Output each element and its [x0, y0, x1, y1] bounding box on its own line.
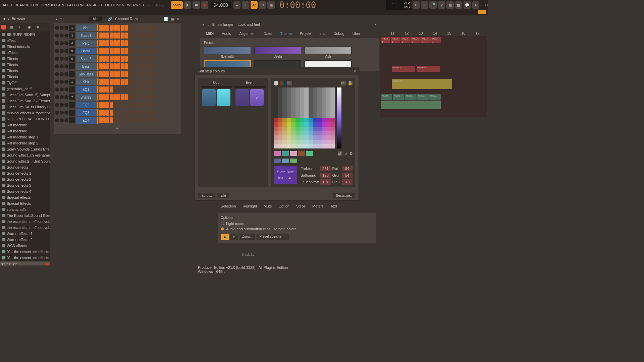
color-cell[interactable] — [304, 122, 309, 127]
color-cell[interactable] — [291, 96, 296, 101]
step[interactable] — [128, 40, 131, 46]
channel-number[interactable]: 1 — [69, 79, 75, 85]
step-sequencer[interactable] — [99, 86, 180, 93]
wait-button[interactable]: ♪ — [242, 1, 249, 9]
color-grid[interactable] — [274, 87, 335, 148]
channel-vol[interactable] — [64, 41, 68, 45]
color-cell[interactable] — [278, 122, 282, 127]
color-cell[interactable] — [309, 135, 313, 140]
color-cell[interactable] — [300, 109, 304, 114]
color-cell[interactable] — [274, 135, 278, 140]
color-cell[interactable] — [287, 87, 291, 92]
step[interactable] — [117, 79, 120, 85]
color-cell[interactable] — [322, 92, 326, 96]
step[interactable] — [113, 94, 117, 100]
step-sequencer[interactable] — [99, 102, 180, 108]
recent-color-2[interactable] — [282, 151, 289, 156]
channel-name[interactable]: Snare2 — [76, 55, 96, 62]
channel-pan[interactable] — [60, 103, 64, 107]
step[interactable] — [154, 110, 157, 116]
color-cell[interactable] — [326, 92, 330, 96]
help-button[interactable]: ? — [438, 1, 445, 9]
channel-pan[interactable] — [60, 80, 64, 84]
odd-swatch-1[interactable] — [202, 89, 216, 106]
step[interactable] — [110, 110, 113, 116]
step[interactable] — [113, 110, 117, 116]
step[interactable] — [121, 71, 124, 77]
step[interactable] — [117, 110, 120, 116]
color-cell[interactable] — [291, 144, 296, 148]
color-cell[interactable] — [291, 140, 296, 144]
step[interactable] — [136, 33, 139, 39]
color-cell[interactable] — [278, 92, 282, 96]
color-cell[interactable] — [278, 96, 282, 101]
color-cell[interactable] — [330, 109, 335, 114]
even-swatch-1[interactable] — [235, 89, 249, 106]
clip-pattern5[interactable]: Pattern 5 — [417, 66, 440, 72]
tempo-display[interactable]: 94.000 — [211, 2, 231, 8]
color-cell[interactable] — [287, 131, 291, 135]
channel-vol[interactable] — [64, 57, 68, 61]
browser-item[interactable]: 01 - the essent..nd effects vol.2 — [0, 255, 50, 261]
clip-eq[interactable]: ▸EQ1 — [417, 94, 429, 100]
color-cell[interactable] — [296, 92, 300, 96]
step[interactable] — [121, 40, 124, 46]
step[interactable] — [147, 71, 150, 77]
color-cell[interactable] — [287, 144, 291, 148]
color-cell[interactable] — [309, 118, 313, 122]
step-button[interactable]: ▦ — [267, 1, 274, 9]
browser-item[interactable]: LucasFilm Soun..5) Sampling — [0, 92, 50, 98]
reset-preset-button[interactable]: Zurüc.. — [239, 234, 255, 240]
browser-list[interactable]: BB RUFF RIDEReffectEffect tutorialseffec… — [0, 32, 50, 261]
color-cell[interactable] — [326, 96, 330, 101]
channel-number[interactable]: 9 — [69, 48, 75, 54]
step[interactable] — [121, 48, 124, 54]
step[interactable] — [102, 102, 106, 108]
channel-number[interactable]: 4 — [69, 40, 75, 46]
step[interactable] — [106, 33, 109, 39]
color-cell[interactable] — [313, 87, 317, 92]
step[interactable] — [128, 79, 131, 85]
color-cell[interactable] — [296, 101, 300, 105]
step-sequencer[interactable] — [99, 63, 180, 69]
color-cell[interactable] — [317, 135, 322, 140]
color-cell[interactable] — [304, 131, 309, 135]
browser-item[interactable]: Effects — [0, 74, 50, 80]
step[interactable] — [99, 117, 102, 123]
step[interactable] — [147, 117, 150, 123]
color-cell[interactable] — [274, 131, 278, 135]
color-cell[interactable] — [330, 135, 335, 140]
channel-name[interactable]: Kick — [76, 78, 96, 85]
all-button[interactable]: alle — [217, 193, 229, 198]
color-cell[interactable] — [326, 144, 330, 148]
color-cell[interactable] — [304, 114, 309, 118]
step[interactable] — [154, 117, 157, 123]
step[interactable] — [136, 25, 139, 31]
settings-tab[interactable]: Theme — [277, 30, 295, 37]
step-sequencer[interactable] — [99, 48, 180, 54]
menu-edit[interactable]: BEARBEITEN — [15, 3, 38, 7]
step[interactable] — [143, 40, 146, 46]
metronome-button[interactable]: ▲ — [233, 1, 240, 9]
channel-led[interactable] — [55, 26, 59, 30]
color-cell[interactable] — [309, 96, 313, 101]
step[interactable] — [117, 48, 120, 54]
color-cell[interactable] — [326, 131, 330, 135]
color-cell[interactable] — [317, 92, 322, 96]
color-cell[interactable] — [282, 105, 287, 109]
settings-tab[interactable]: Info — [316, 30, 329, 37]
mic-button[interactable]: 🎤 — [429, 1, 436, 9]
color-cell[interactable] — [304, 135, 309, 140]
channel-number[interactable]: 5 — [69, 56, 75, 62]
channel-name[interactable]: EQ1 — [76, 86, 96, 93]
step[interactable] — [102, 40, 106, 46]
color-cell[interactable] — [326, 118, 330, 122]
browser-item[interactable]: the essential..d effects vol.2 — [0, 225, 50, 231]
settings-tab[interactable]: Allgemein — [236, 30, 259, 37]
color-cell[interactable] — [282, 127, 287, 131]
step[interactable] — [99, 102, 102, 108]
channel-pan[interactable] — [60, 34, 64, 38]
step[interactable] — [113, 25, 117, 31]
color-cell[interactable] — [291, 122, 296, 127]
red-input[interactable]: 94 — [342, 166, 353, 171]
